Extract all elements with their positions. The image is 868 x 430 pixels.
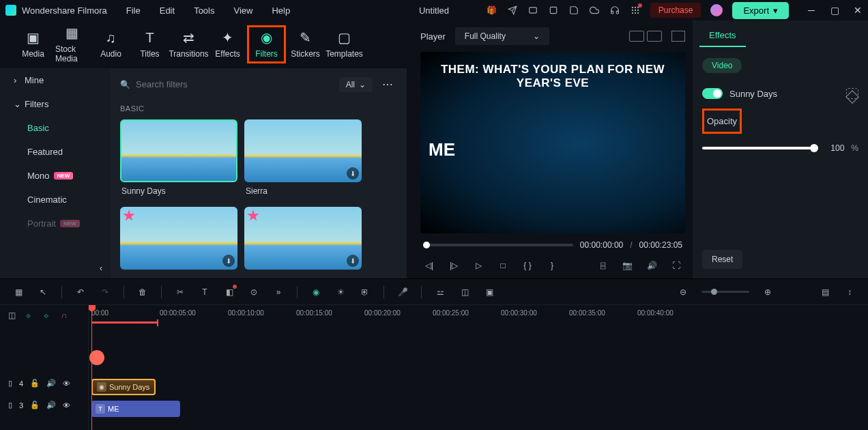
thumb-4[interactable]: ⬇ bbox=[244, 207, 362, 270]
tab-titles[interactable]: TTitles bbox=[130, 27, 169, 61]
text-icon[interactable]: T bbox=[199, 286, 211, 298]
mute-icon[interactable]: 🔊 bbox=[46, 401, 56, 410]
fullscreen-button[interactable]: ⛶ bbox=[670, 259, 682, 272]
menu-edit[interactable]: Edit bbox=[160, 5, 175, 16]
split-icon[interactable]: ✂ bbox=[174, 286, 186, 298]
menu-tools[interactable]: Tools bbox=[194, 5, 214, 16]
reset-button[interactable]: Reset bbox=[702, 250, 742, 269]
download-icon[interactable]: ⬇ bbox=[222, 255, 235, 267]
more-tools-icon[interactable]: » bbox=[272, 286, 285, 298]
play-button[interactable]: ▷ bbox=[472, 259, 484, 272]
ai-icon[interactable]: ◉ bbox=[310, 286, 322, 298]
marker2-button[interactable]: } bbox=[546, 259, 558, 272]
range-end[interactable] bbox=[157, 319, 158, 326]
layout-icon[interactable]: ▦ bbox=[12, 286, 25, 298]
maximize-button[interactable]: ▢ bbox=[830, 5, 839, 15]
shield-icon[interactable]: ⛨ bbox=[359, 286, 371, 298]
color-icon[interactable]: ☀ bbox=[334, 286, 347, 298]
sidebar-item-cinematic[interactable]: Cinematic bbox=[0, 188, 111, 212]
tab-stickers[interactable]: ✎Stickers bbox=[286, 27, 325, 61]
range-bar[interactable] bbox=[91, 321, 157, 324]
filter-toggle[interactable] bbox=[702, 88, 723, 99]
stop-button[interactable]: □ bbox=[497, 259, 509, 272]
menu-view[interactable]: View bbox=[233, 5, 252, 16]
search-input[interactable] bbox=[136, 79, 250, 89]
tab-templates[interactable]: ▢Templates bbox=[325, 27, 364, 61]
apps-icon[interactable] bbox=[630, 5, 641, 16]
ruler[interactable]: 00:00 00:00:05:00 00:00:10:00 00:00:15:0… bbox=[89, 305, 868, 330]
link2-icon[interactable]: ⟐ bbox=[26, 311, 37, 321]
snapshot-icon[interactable] bbox=[671, 31, 685, 42]
camera-button[interactable]: 📷 bbox=[621, 259, 633, 272]
download-icon[interactable]: ⬇ bbox=[347, 167, 359, 180]
preview-area[interactable]: THEM: WHAT'S YOUR PLAN FOR NEW YEAR'S EV… bbox=[420, 52, 685, 233]
zoom-out-icon[interactable]: ⊖ bbox=[677, 286, 689, 298]
play-backward-button[interactable]: |▷ bbox=[448, 259, 460, 272]
lock-icon[interactable]: 🔓 bbox=[30, 379, 40, 388]
track-4-label[interactable]: ▯4 🔓 🔊 👁 bbox=[8, 379, 70, 388]
sidebar-item-portrait[interactable]: PortraitNEW bbox=[0, 212, 111, 235]
marker-button[interactable]: { } bbox=[521, 259, 534, 272]
clip-video[interactable]: TME bbox=[91, 401, 180, 417]
tab-media[interactable]: ▣Media bbox=[14, 27, 53, 61]
menu-file[interactable]: File bbox=[126, 5, 141, 16]
thumb-sierra[interactable]: ⬇ bbox=[244, 119, 362, 182]
screen-rec-icon[interactable] bbox=[527, 5, 538, 16]
thumb-3[interactable]: ⬇ bbox=[120, 207, 237, 270]
tab-filters[interactable]: ◉Filters bbox=[247, 25, 286, 63]
menu-help[interactable]: Help bbox=[272, 5, 290, 16]
fit-icon[interactable]: ▤ bbox=[819, 286, 831, 298]
send-icon[interactable] bbox=[507, 5, 518, 16]
thumb-sunny-days[interactable] bbox=[120, 119, 237, 182]
avatar[interactable] bbox=[710, 4, 723, 16]
link3-icon[interactable]: ⟐ bbox=[44, 311, 55, 321]
close-button[interactable]: ✕ bbox=[853, 5, 863, 15]
headphones-icon[interactable] bbox=[609, 5, 620, 16]
redo-icon[interactable]: ↷ bbox=[99, 286, 111, 298]
quality-dropdown[interactable]: Full Quality⌄ bbox=[455, 27, 549, 45]
display-button[interactable]: ⌸ bbox=[596, 259, 609, 272]
mic-icon[interactable]: 🎤 bbox=[396, 286, 409, 298]
magnet-icon[interactable]: ∩ bbox=[61, 311, 72, 321]
mixer-icon[interactable]: ⚍ bbox=[434, 286, 446, 298]
video-pill[interactable]: Video bbox=[702, 58, 742, 73]
opacity-slider[interactable] bbox=[702, 147, 818, 149]
favorite-icon[interactable] bbox=[247, 210, 259, 222]
delete-icon[interactable]: 🗑 bbox=[136, 286, 149, 298]
lock-icon[interactable]: 🔓 bbox=[30, 401, 40, 410]
crop-icon[interactable]: ◧ bbox=[223, 286, 235, 298]
sidebar-mine[interactable]: ›Mine bbox=[0, 68, 111, 92]
marker-circle[interactable] bbox=[89, 350, 104, 365]
tab-stock-media[interactable]: ▦Stock Media bbox=[53, 23, 91, 66]
tab-transitions[interactable]: ⇄Transitions bbox=[169, 27, 208, 61]
purchase-button[interactable]: Purchase bbox=[650, 3, 701, 18]
splitter[interactable] bbox=[407, 20, 414, 278]
tab-effects[interactable]: ✦Effects bbox=[208, 27, 247, 61]
mute-icon[interactable]: 🔊 bbox=[46, 379, 56, 388]
effects-tab[interactable]: Effects bbox=[699, 25, 746, 47]
marker-add-icon[interactable]: ▣ bbox=[483, 286, 495, 298]
track-area[interactable]: 00:00 00:00:05:00 00:00:10:00 00:00:15:0… bbox=[89, 305, 868, 430]
gift-icon[interactable]: 🎁 bbox=[487, 5, 497, 16]
more-button[interactable]: ⋯ bbox=[379, 75, 397, 94]
zoom-slider[interactable] bbox=[701, 291, 749, 293]
prev-frame-button[interactable]: ◁| bbox=[423, 259, 435, 272]
device-icon[interactable] bbox=[548, 5, 559, 16]
undo-icon[interactable]: ↶ bbox=[74, 286, 87, 298]
progress-slider[interactable] bbox=[423, 244, 573, 246]
fit2-icon[interactable]: ↕ bbox=[843, 286, 856, 298]
sidebar-item-mono[interactable]: MonoNEW bbox=[0, 164, 111, 188]
link1-icon[interactable]: ◫ bbox=[8, 311, 19, 321]
sidebar-filters[interactable]: ⌄Filters bbox=[0, 92, 111, 116]
collapse-sidebar-button[interactable]: ‹ bbox=[91, 258, 111, 278]
visibility-icon[interactable]: 👁 bbox=[63, 379, 70, 388]
view-toggle[interactable] bbox=[629, 31, 662, 42]
tab-audio[interactable]: ♫Audio bbox=[91, 27, 130, 61]
playhead[interactable] bbox=[91, 305, 92, 430]
track-3-label[interactable]: ▯3 🔓 🔊 👁 bbox=[8, 401, 70, 410]
sidebar-item-basic[interactable]: Basic bbox=[0, 116, 111, 140]
download-icon[interactable]: ⬇ bbox=[347, 255, 359, 267]
save-icon[interactable] bbox=[568, 5, 579, 16]
zoom-in-icon[interactable]: ⊕ bbox=[762, 286, 774, 298]
visibility-icon[interactable]: 👁 bbox=[63, 401, 70, 410]
